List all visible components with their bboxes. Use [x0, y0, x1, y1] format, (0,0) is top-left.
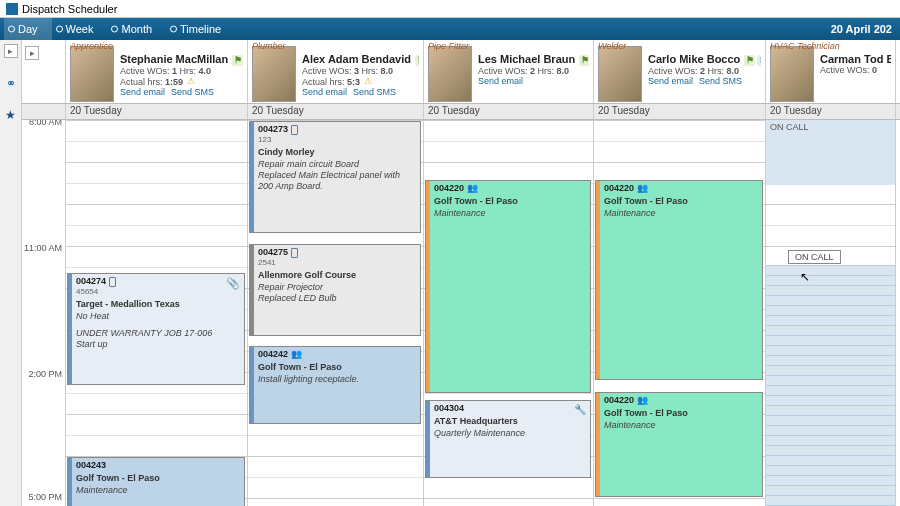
role-label: Welder [598, 41, 626, 51]
technician-cell[interactable]: Apprentice Stephanie MacMillan⚑$📌 Active… [66, 40, 248, 103]
oncall-badge[interactable]: ON CALL [788, 250, 841, 264]
expand-row-button[interactable]: ▸ [25, 46, 39, 60]
appointment[interactable]: 🔧 004304 AT&T Headquarters Quarterly Mai… [425, 400, 591, 478]
attachment-icon: 📎 [226, 277, 240, 291]
appointment[interactable]: 004220👥 Golf Town - El Paso Maintenance [595, 180, 763, 380]
day-header: 20 Tuesday [248, 104, 424, 119]
schedule-column[interactable]: 004273 123 Cindy Morley Repair main circ… [248, 120, 424, 506]
client-name: Cindy Morley [258, 147, 416, 158]
view-week[interactable]: Week [52, 18, 108, 40]
time-label: 2:00 PM [28, 369, 62, 379]
day-header: 20 Tuesday [594, 104, 766, 119]
appointment[interactable]: 004275 2541 Allenmore Golf Course Repair… [249, 244, 421, 336]
work-order-number: 004275 [258, 247, 416, 258]
technician-name: Carman Tod Boccolin [820, 53, 891, 65]
schedule-column[interactable]: 📎 004274 45654 Target - Medallion Texas … [66, 120, 248, 506]
active-wos: Active WOs: 1 Hrs: 4.0 [120, 66, 243, 76]
appointment[interactable]: 004220👥 Golf Town - El Paso Maintenance [595, 392, 763, 497]
role-label: Plumber [252, 41, 286, 51]
client-name: AT&T Headquarters [434, 416, 586, 427]
technician-name: Stephanie MacMillan⚑$📌 [120, 53, 243, 66]
warning-icon: ⚠ [363, 76, 374, 87]
people-icon: 👥 [467, 183, 478, 193]
avatar [70, 46, 114, 102]
link-icon[interactable]: ⚭ [4, 76, 18, 90]
app-icon [6, 3, 18, 15]
people-icon: 👥 [637, 395, 648, 405]
appointment[interactable]: 004242👥 Golf Town - El Paso Install ligh… [249, 346, 421, 424]
appointment[interactable]: 004220👥 Golf Town - El Paso Maintenance [425, 180, 591, 393]
day-header: 20 Tuesday [766, 104, 896, 119]
avatar [770, 46, 814, 102]
schedule-column[interactable]: 004220👥 Golf Town - El Paso Maintenance … [594, 120, 766, 506]
time-label: 5:00 PM [28, 492, 62, 502]
phone-icon [291, 125, 298, 135]
view-month[interactable]: Month [107, 18, 166, 40]
link-send sms[interactable]: Send SMS [171, 87, 214, 97]
oncall-block: ON CALL [766, 120, 895, 185]
active-wos: Active WOs: 2 Hrs: 8.0 [648, 66, 761, 76]
technician-name: Carlo Mike Bocco⚑$📌 [648, 53, 761, 66]
client-name: Golf Town - El Paso [76, 473, 240, 484]
active-wos: Active WOs: 0 [820, 65, 891, 75]
avatar [598, 46, 642, 102]
wrench-icon: 🔧 [574, 404, 586, 417]
technician-cell[interactable]: Pipe Fitter Les Michael Braun⚑$📌 Active … [424, 40, 594, 103]
schedule-column[interactable]: 004220👥 Golf Town - El Paso Maintenance … [424, 120, 594, 506]
expand-panel-button[interactable]: ▸ [4, 44, 18, 58]
view-timeline[interactable]: Timeline [166, 18, 235, 40]
link-send email[interactable]: Send email [302, 87, 347, 97]
work-order-number: 004220👥 [604, 395, 758, 406]
day-header-row: 20 Tuesday20 Tuesday20 Tuesday20 Tuesday… [22, 104, 900, 120]
link-send email[interactable]: Send email [478, 76, 523, 86]
warning-icon: ⚠ [186, 76, 197, 87]
view-day[interactable]: Day [4, 18, 52, 40]
work-order-number: 004274 [76, 276, 240, 287]
day-header: 20 Tuesday [66, 104, 248, 119]
link-send sms[interactable]: Send SMS [699, 76, 742, 86]
work-order-number: 004220👥 [434, 183, 586, 194]
work-order-number: 004243 [76, 460, 240, 471]
link-send sms[interactable]: Send SMS [353, 87, 396, 97]
link-send email[interactable]: Send email [648, 76, 693, 86]
technician-cell[interactable]: HVAC Technician Carman Tod Boccolin Acti… [766, 40, 896, 103]
phone-icon [291, 248, 298, 258]
time-axis: 8:00 AM11:00 AM2:00 PM5:00 PM [22, 120, 66, 506]
favorite-icon[interactable]: ★ [4, 108, 18, 122]
appointment[interactable]: 004243 Golf Town - El Paso Maintenance [67, 457, 245, 506]
time-label: 8:00 AM [29, 120, 62, 127]
current-date: 20 April 202 [831, 23, 896, 35]
role-label: Pipe Fitter [428, 41, 469, 51]
phone-icon [109, 277, 116, 287]
work-order-number: 004242👥 [258, 349, 416, 360]
window-title: Dispatch Scheduler [22, 3, 117, 15]
schedule-grid[interactable]: 8:00 AM11:00 AM2:00 PM5:00 PM 📎 004274 4… [22, 120, 900, 506]
client-name: Golf Town - El Paso [604, 408, 758, 419]
flag-icon: ⚑ [415, 55, 419, 66]
link-send email[interactable]: Send email [120, 87, 165, 97]
view-toolbar: DayWeekMonthTimeline 20 April 202 [0, 18, 900, 40]
work-order-number: 004304 [434, 403, 586, 414]
appointment[interactable]: 📎 004274 45654 Target - Medallion Texas … [67, 273, 245, 385]
people-icon: 👥 [637, 183, 648, 193]
flag-icon: ⚑ [579, 55, 589, 66]
flag-icon: ⚑ [232, 55, 243, 66]
appointment[interactable]: 004273 123 Cindy Morley Repair main circ… [249, 121, 421, 233]
client-name: Golf Town - El Paso [604, 196, 758, 207]
client-name: Golf Town - El Paso [434, 196, 586, 207]
active-wos: Active WOs: 2 Hrs: 8.0 [478, 66, 589, 76]
active-wos: Active WOs: 3 Hrs: 8.0 [302, 66, 419, 76]
technician-header-row: ▸ Apprentice Stephanie MacMillan⚑$📌 Acti… [22, 40, 900, 104]
technician-name: Les Michael Braun⚑$📌 [478, 53, 589, 66]
flag-icon: ⚑ [744, 55, 755, 66]
oncall-block [766, 265, 895, 506]
role-label: HVAC Technician [770, 41, 840, 51]
role-label: Apprentice [70, 41, 113, 51]
work-order-number: 004273 [258, 124, 416, 135]
day-header: 20 Tuesday [424, 104, 594, 119]
technician-cell[interactable]: Welder Carlo Mike Bocco⚑$📌 Active WOs: 2… [594, 40, 766, 103]
technician-cell[interactable]: Plumber Alex Adam Bendavid⚑$📌 Active WOs… [248, 40, 424, 103]
client-name: Allenmore Golf Course [258, 270, 416, 281]
technician-name: Alex Adam Bendavid⚑$📌 [302, 53, 419, 66]
schedule-column[interactable]: ON CALLON CALL↖ [766, 120, 896, 506]
